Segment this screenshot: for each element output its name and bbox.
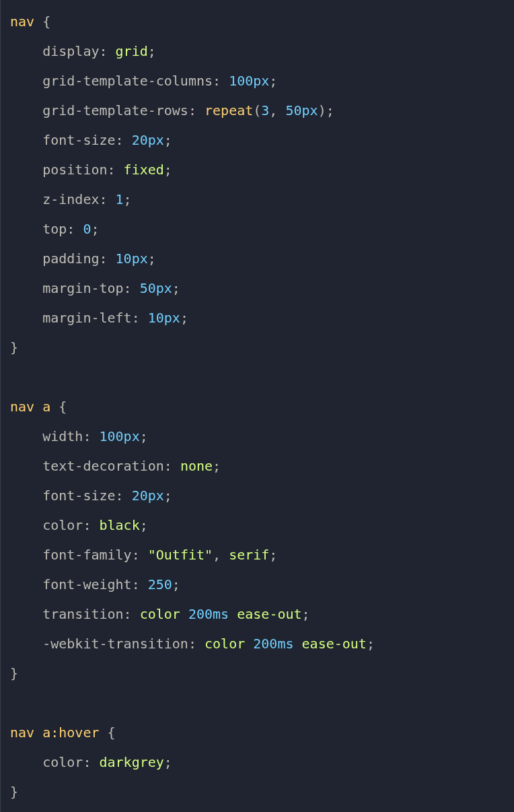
- css-code-block: nav { display: grid; grid-template-colum…: [10, 7, 505, 807]
